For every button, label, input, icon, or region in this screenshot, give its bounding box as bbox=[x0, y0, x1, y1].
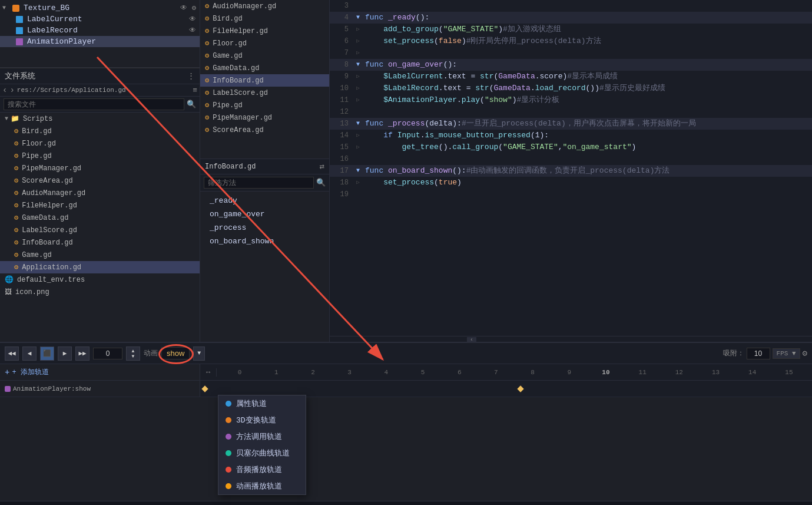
file-filehelper[interactable]: ⚙ FileHelper.gd bbox=[200, 25, 329, 37]
code-line-7: 7 ▷ bbox=[330, 47, 812, 59]
ruler-10: 10 bbox=[588, 369, 624, 376]
file-filehelper-gd[interactable]: ⚙ FileHelper.gd bbox=[0, 199, 200, 212]
collapse-code-btn[interactable]: ‹ bbox=[467, 337, 476, 342]
methods-search-input[interactable] bbox=[204, 177, 314, 189]
file-game-gd[interactable]: ⚙ Game.gd bbox=[0, 249, 200, 261]
nav-back-btn[interactable]: ‹ bbox=[2, 85, 7, 95]
track-timeline[interactable] bbox=[200, 381, 812, 397]
tree-item-label-record[interactable]: LabelRecord 👁 bbox=[0, 25, 200, 36]
code-line-11: 11 ▷ $AnimationPlayer.play("show")#显示计分板 bbox=[330, 94, 812, 106]
file-bird[interactable]: ⚙ Bird.gd bbox=[200, 12, 329, 25]
filesystem-menu-btn[interactable]: ⋮ bbox=[187, 71, 195, 81]
file-infoboard-gd[interactable]: ⚙ InfoBoard.gd bbox=[0, 236, 200, 249]
filesystem-layout-btn[interactable]: ≡ bbox=[193, 86, 197, 95]
file-game[interactable]: ⚙ Game.gd bbox=[200, 49, 329, 62]
file-pipemanager-gd[interactable]: ⚙ PipeManager.gd bbox=[0, 162, 200, 174]
ruler-3: 3 bbox=[332, 369, 368, 376]
bird-label: Bird.gd bbox=[213, 15, 242, 23]
filesystem-panel: 文件系统 ⋮ ‹ › res://Scripts/Application.gd … bbox=[0, 68, 200, 342]
anim-player-icon bbox=[14, 38, 25, 46]
file-infoboard[interactable]: ⚙ InfoBoard.gd bbox=[200, 74, 329, 87]
status-debug-tab[interactable]: 调试器 5 bbox=[33, 503, 77, 505]
floor-label: Floor.gd bbox=[213, 39, 247, 48]
line-num-7: 7 bbox=[330, 47, 353, 59]
animation-dropdown-btn[interactable]: ▼ bbox=[193, 346, 205, 361]
timeline-ruler: 0 1 2 3 4 5 6 7 8 9 10 11 12 13 14 15 bbox=[217, 369, 812, 376]
file-gamedata-gd[interactable]: ⚙ GameData.gd bbox=[0, 212, 200, 224]
line-num-15: 15 bbox=[330, 141, 353, 153]
add-track-btn[interactable]: + + 添加轨道 bbox=[0, 364, 200, 380]
method-process[interactable]: _process bbox=[200, 221, 329, 235]
method-on-board-shown[interactable]: on_board_shown bbox=[200, 235, 329, 248]
file-application-gd[interactable]: ⚙ Application.gd bbox=[0, 261, 200, 273]
file-pipemanager[interactable]: ⚙ PipeManager.gd bbox=[200, 111, 329, 124]
scene-item-settings-btn[interactable]: ⚙ bbox=[191, 4, 197, 12]
label-current-view-btn[interactable]: 👁 bbox=[188, 15, 197, 24]
file-bird-gd[interactable]: ⚙ Bird.gd bbox=[0, 125, 200, 137]
file-scorearea[interactable]: ⚙ ScoreArea.gd bbox=[200, 124, 329, 136]
track-snap-btn[interactable]: ↔ bbox=[200, 368, 217, 377]
label-record-view-btn[interactable]: 👁 bbox=[188, 26, 197, 35]
keyframe-mid[interactable] bbox=[518, 385, 524, 392]
step-forward-btn[interactable]: ▶ bbox=[58, 346, 72, 361]
play-btn[interactable]: ▶▶ bbox=[75, 346, 90, 361]
file-floor[interactable]: ⚙ Floor.gd bbox=[200, 37, 329, 49]
method-ready[interactable]: _ready bbox=[200, 194, 329, 207]
filesystem-search-input[interactable] bbox=[4, 98, 184, 110]
play-back-btn[interactable]: ◀◀ bbox=[5, 346, 19, 361]
keyframe-start[interactable] bbox=[201, 385, 208, 392]
file-gamedata[interactable]: ⚙ GameData.gd bbox=[200, 62, 329, 74]
animation-name-btn[interactable]: show bbox=[161, 347, 190, 359]
file-pipe[interactable]: ⚙ Pipe.gd bbox=[200, 99, 329, 111]
current-file-label: InfoBoard.gd bbox=[205, 163, 320, 171]
file-icon: ⚙ bbox=[14, 213, 18, 222]
file-audiomanager[interactable]: ⚙ AudioManager.gd bbox=[200, 0, 329, 12]
folder-scripts[interactable]: ▼ 📁 Scripts bbox=[0, 113, 200, 125]
step-back-btn[interactable]: ◀ bbox=[22, 346, 37, 361]
filesystem-title: 文件系统 bbox=[5, 71, 35, 81]
snap-value-input[interactable] bbox=[747, 348, 770, 359]
nav-forward-btn[interactable]: › bbox=[9, 85, 14, 95]
file-default-env[interactable]: 🌐 default_env.tres bbox=[0, 273, 200, 286]
ruler-8: 8 bbox=[515, 369, 551, 376]
line-num-4: 4 bbox=[330, 12, 353, 24]
time-step-btn[interactable]: ▲▼ bbox=[126, 346, 140, 361]
file-switch-btn[interactable]: ⇄ bbox=[320, 161, 324, 171]
track-type-animation[interactable]: 动画播放轨道 bbox=[218, 478, 306, 494]
code-line-4: 4 ▼ func _ready(): bbox=[330, 12, 812, 24]
file-scorearea-gd[interactable]: ⚙ ScoreArea.gd bbox=[0, 174, 200, 187]
record-btn[interactable]: ⬛ bbox=[40, 346, 54, 361]
file-pipe-gd[interactable]: ⚙ Pipe.gd bbox=[0, 150, 200, 162]
track-type-bezier[interactable]: 贝塞尔曲线轨道 bbox=[218, 445, 306, 461]
filesystem-header: 文件系统 ⋮ bbox=[0, 68, 200, 84]
tree-item-texture-bg[interactable]: ▼ Texture_BG 👁 ⚙ bbox=[0, 2, 200, 14]
tree-item-label-current[interactable]: LabelCurrent 👁 bbox=[0, 14, 200, 25]
code-scroll-toggle[interactable]: ‹ bbox=[330, 336, 812, 342]
line-num-9: 9 bbox=[330, 71, 353, 82]
ruler-15: 15 bbox=[771, 369, 807, 376]
settings-gear-icon[interactable]: ⚙ bbox=[803, 348, 807, 358]
animation-time-input[interactable] bbox=[93, 348, 122, 359]
track-type-property[interactable]: 属性轨道 bbox=[218, 395, 306, 412]
tree-item-animation-player[interactable]: AnimationPlayer bbox=[0, 36, 200, 47]
ruler-9: 9 bbox=[551, 369, 588, 376]
file-labelscore[interactable]: ⚙ LabelScore.gd bbox=[200, 87, 329, 99]
line-content-18: set_process(true) bbox=[363, 177, 812, 189]
scene-item-view-btn[interactable]: 👁 bbox=[179, 4, 188, 12]
filesystem-tree: ▼ 📁 Scripts ⚙ Bird.gd ⚙ Floor.gd ⚙ Pi bbox=[0, 113, 200, 342]
file-labelscore-gd[interactable]: ⚙ LabelScore.gd bbox=[0, 224, 200, 236]
file-audiomanager-gd[interactable]: ⚙ AudioManager.gd bbox=[0, 187, 200, 199]
bird-icon: ⚙ bbox=[205, 14, 209, 23]
snap-icon: ↔ bbox=[206, 368, 210, 377]
track-type-3d-transform[interactable]: 3D变换轨道 bbox=[218, 412, 306, 428]
code-panel: 3 4 ▼ func _ready(): 5 ▷ add_to_group("G… bbox=[330, 0, 812, 342]
method-on-game-over[interactable]: on_game_over bbox=[200, 207, 329, 221]
property-track-icon bbox=[226, 401, 231, 407]
file-icon: ⚙ bbox=[14, 176, 18, 185]
file-floor-gd[interactable]: ⚙ Floor.gd bbox=[0, 137, 200, 150]
scene-tree: ▼ Texture_BG 👁 ⚙ LabelCurrent 👁 bbox=[0, 0, 200, 68]
code-line-10: 10 ▷ $LabelRecord.text = str(GameData.lo… bbox=[330, 82, 812, 94]
file-icon-png[interactable]: 🖼 icon.png bbox=[0, 286, 200, 298]
track-type-audio[interactable]: 音频播放轨道 bbox=[218, 461, 306, 478]
track-type-method[interactable]: 方法调用轨道 bbox=[218, 428, 306, 445]
